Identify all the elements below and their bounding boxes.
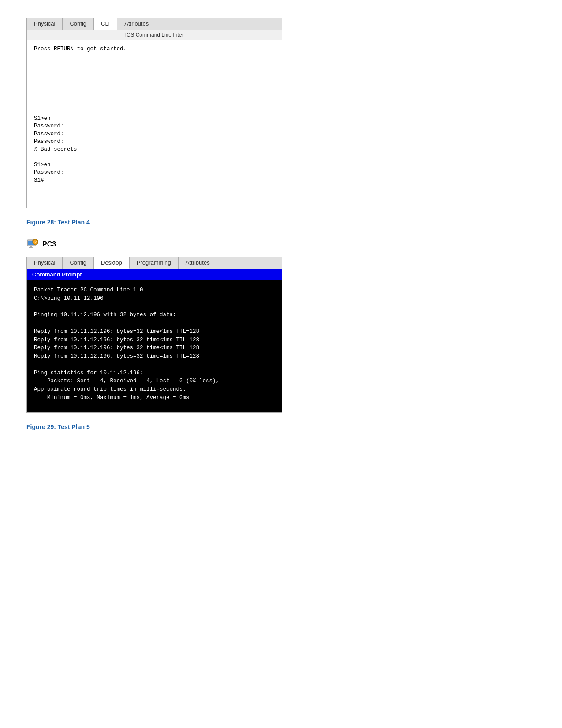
tab-attributes-fig29[interactable]: Attributes: [179, 257, 217, 269]
tab-bar-fig28: Physical Config CLI Attributes: [27, 18, 282, 30]
cli-terminal-fig28[interactable]: Press RETURN to get started. S1>en Passw…: [27, 40, 282, 208]
tab-desktop-fig29[interactable]: Desktop: [94, 257, 130, 269]
pc3-label: PC3: [42, 240, 56, 248]
terminal-output-fig29[interactable]: Packet Tracer PC Command Line 1.0 C:\>pi…: [27, 280, 282, 412]
figure-29-container: Physical Config Desktop Programming Attr…: [26, 257, 536, 413]
pc3-icon: ✓: [26, 238, 39, 250]
pc3-desktop-window: Physical Config Desktop Programming Attr…: [26, 257, 282, 413]
cli-subtitle-fig28: IOS Command Line Inter: [27, 30, 282, 40]
svg-text:✓: ✓: [34, 241, 37, 244]
figure-28-caption: Figure 28: Test Plan 4: [26, 219, 536, 226]
tab-bar-fig29: Physical Config Desktop Programming Attr…: [27, 257, 282, 269]
figure-29-caption: Figure 29: Test Plan 5: [26, 423, 536, 430]
tab-config-fig29[interactable]: Config: [63, 257, 94, 269]
svg-rect-3: [29, 247, 33, 248]
tab-attributes-fig28[interactable]: Attributes: [117, 18, 156, 30]
tab-config-fig28[interactable]: Config: [63, 18, 94, 30]
tab-physical-fig28[interactable]: Physical: [27, 18, 63, 30]
tab-cli-fig28[interactable]: CLI: [94, 18, 117, 30]
pc3-header: ✓ PC3: [26, 238, 536, 250]
switch-cli-window: Physical Config CLI Attributes IOS Comma…: [26, 18, 282, 208]
figure-28-container: Physical Config CLI Attributes IOS Comma…: [26, 18, 536, 208]
tab-programming-fig29[interactable]: Programming: [130, 257, 179, 269]
tab-physical-fig29[interactable]: Physical: [27, 257, 63, 269]
svg-rect-2: [30, 246, 32, 247]
cmd-title-bar: Command Prompt: [27, 269, 282, 280]
